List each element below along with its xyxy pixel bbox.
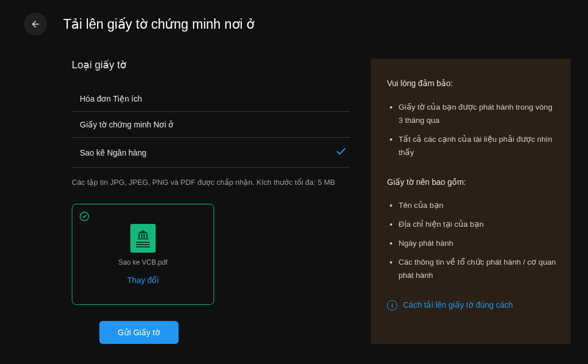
submit-button[interactable]: Gửi Giấy tờ — [99, 321, 179, 344]
arrow-left-icon — [30, 19, 41, 29]
change-file-link[interactable]: Thay đổi — [127, 276, 159, 285]
uploaded-file-name: Sao ke VCB.pdf — [118, 258, 167, 266]
info-icon: i — [387, 300, 397, 311]
how-to-upload-link[interactable]: i Cách tải lên giấy tờ đúng cách — [387, 299, 557, 312]
check-icon — [335, 146, 347, 159]
include-list: Tên của bạn Địa chỉ hiện tại của bạn Ngà… — [387, 199, 557, 282]
doc-type-option-residence-proof[interactable]: Giấy tờ chứng minh Nơi ở — [72, 112, 350, 138]
svg-rect-4 — [141, 234, 142, 238]
document-type-heading: Loại giấy tờ — [72, 59, 350, 71]
svg-rect-3 — [138, 234, 140, 238]
bank-icon — [137, 230, 149, 239]
upload-card: Sao ke VCB.pdf Thay đổi — [72, 204, 214, 305]
doc-type-option-bank-statement[interactable]: Sao kê Ngân hàng — [72, 138, 350, 168]
list-item: Ngày phát hành — [399, 237, 557, 250]
option-label: Giấy tờ chứng minh Nơi ở — [80, 120, 173, 129]
svg-rect-7 — [137, 238, 148, 239]
ensure-heading: Vui lòng đảm bảo: — [387, 77, 557, 91]
doc-type-option-utility-bill[interactable]: Hóa đơn Tiện ích — [72, 86, 350, 112]
file-icon — [130, 224, 156, 253]
list-item: Giấy tờ của bạn được phát hành trong vòn… — [399, 101, 557, 127]
svg-rect-6 — [146, 234, 148, 238]
option-label: Hóa đơn Tiện ích — [80, 94, 142, 103]
list-item: Các thông tin về tổ chức phát hành / cơ … — [399, 256, 557, 282]
success-check-icon — [79, 211, 90, 224]
svg-point-1 — [80, 212, 89, 221]
help-link-text: Cách tải lên giấy tờ đúng cách — [403, 299, 513, 312]
info-panel: Vui lòng đảm bảo: Giấy tờ của bạn được p… — [371, 59, 571, 344]
svg-marker-2 — [137, 230, 148, 234]
option-label: Sao kê Ngân hàng — [80, 148, 146, 157]
page-header: Tải lên giấy tờ chứng minh nơi ở — [0, 0, 588, 36]
include-heading: Giấy tờ nên bao gồm: — [387, 176, 557, 189]
back-button[interactable] — [24, 13, 47, 36]
file-format-hint: Các tập tin JPG, JPEG, PNG và PDF được c… — [72, 178, 350, 187]
left-column: Loại giấy tờ Hóa đơn Tiện ích Giấy tờ ch… — [0, 59, 350, 344]
ensure-list: Giấy tờ của bạn được phát hành trong vòn… — [387, 101, 557, 160]
page-title: Tải lên giấy tờ chứng minh nơi ở — [63, 17, 254, 32]
content: Loại giấy tờ Hóa đơn Tiện ích Giấy tờ ch… — [0, 36, 588, 344]
list-item: Tên của bạn — [399, 199, 557, 212]
file-text-lines-icon — [136, 242, 150, 247]
list-item: Tất cả các cạnh của tài liệu phải được n… — [399, 133, 557, 160]
list-item: Địa chỉ hiện tại của bạn — [399, 218, 557, 231]
svg-rect-5 — [144, 234, 145, 238]
